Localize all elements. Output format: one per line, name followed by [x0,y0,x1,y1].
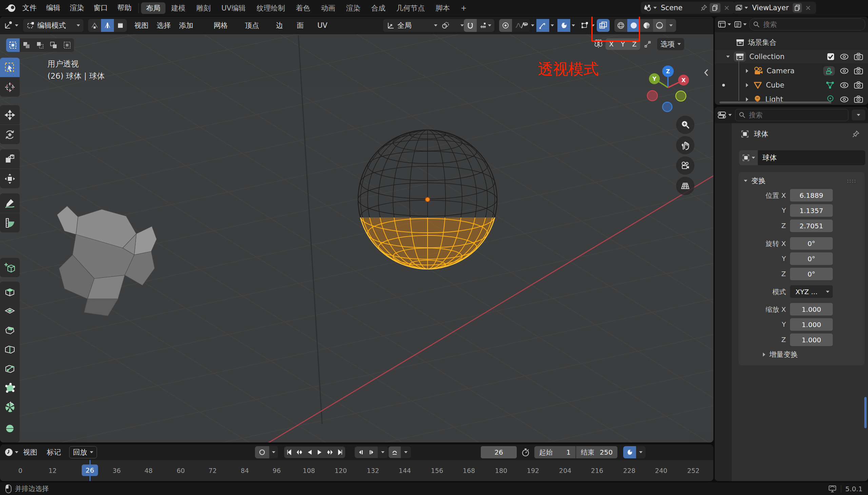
frame-start-field[interactable]: 起始 1 [534,446,576,458]
camera-expand-chevron[interactable] [746,69,748,73]
shading-dropdown[interactable] [666,19,676,32]
cube-expand-chevron[interactable] [746,83,748,87]
scene-dropdown-chevron[interactable] [653,7,657,9]
tool-move[interactable] [0,105,20,124]
pivot-point-dropdown[interactable] [438,19,467,32]
select-invert-button[interactable] [47,38,60,52]
tool-scale[interactable] [0,149,20,169]
frame-forward-button[interactable] [366,446,378,458]
outliner-display-mode-button[interactable] [734,20,747,29]
frame-step-dropdown[interactable] [378,446,388,458]
timeline-snap-dropdown[interactable] [401,446,411,458]
auto-key-dropdown[interactable] [269,446,278,458]
tool-annotate[interactable] [0,193,20,213]
jump-to-start-button[interactable] [284,446,294,458]
menu-mesh[interactable]: 网格 [210,17,232,34]
viewport-editor-type-button[interactable] [3,21,18,30]
scene-copy-button[interactable] [710,3,721,13]
rotation-z-field[interactable]: 0° [790,268,833,280]
show-overlays-button[interactable] [557,19,570,32]
scene-name[interactable]: Scene [657,4,687,12]
rotation-x-field[interactable]: 0° [790,237,833,250]
workspace-tab-animation[interactable]: 动画 [316,2,340,14]
edge-select-button[interactable] [101,19,114,32]
menu-uv[interactable]: UV [313,17,332,34]
delta-transform-panel[interactable]: 增量变换 [763,350,798,359]
show-gizmo-button[interactable] [536,19,549,32]
camera-row[interactable]: Camera [715,64,868,78]
network-icon[interactable] [828,485,837,493]
tool-loop-cut[interactable] [0,340,20,359]
tool-inset[interactable] [0,301,20,320]
sidebar-collapse-arrow[interactable] [703,68,710,78]
menu-help[interactable]: 帮助 [112,0,136,16]
vertex-select-button[interactable] [88,19,101,32]
checkbox-checked-icon[interactable] [827,53,835,61]
gizmo-minus-y-ball[interactable] [676,91,686,101]
tool-spin[interactable] [0,398,20,417]
transform-orientation-dropdown[interactable]: 全局 [383,19,441,32]
tool-rotate[interactable] [0,125,20,144]
workspace-tab-scripting[interactable]: 脚本 [431,2,455,14]
gizmo-minus-x-ball[interactable] [647,90,657,101]
rendered-shading-button[interactable] [653,19,666,32]
menu-edge[interactable]: 边 [272,17,287,34]
mesh-data-icon[interactable] [825,81,835,90]
select-intersect-button[interactable] [60,38,74,52]
zoom-button[interactable] [676,116,694,134]
timeline-editor-type-button[interactable] [4,447,18,457]
material-preview-button[interactable] [640,19,653,32]
pin-icon[interactable] [852,130,860,138]
timeline-snap-button[interactable] [389,446,401,458]
properties-scrollbar[interactable] [864,397,867,428]
menu-vertex[interactable]: 顶点 [241,17,263,34]
properties-options-dropdown[interactable] [852,109,865,120]
workspace-tab-shading[interactable]: 着色 [291,2,315,14]
collection-expand-chevron[interactable] [726,56,730,58]
workspace-tab-modeling[interactable]: 建模 [166,2,191,14]
location-x-field[interactable]: 6.1889 [790,189,833,202]
menu-view[interactable]: 视图 [130,17,153,34]
viewport-scene[interactable] [0,17,713,442]
hide-eye-icon[interactable] [839,81,849,89]
tool-box-select[interactable] [0,58,20,77]
location-y-field[interactable]: 1.1357 [790,204,833,217]
hide-eye-icon[interactable] [839,53,849,61]
tool-cursor[interactable] [0,78,20,97]
menu-face[interactable]: 面 [293,17,308,34]
scale-y-field[interactable]: 1.000 [790,318,833,331]
disable-render-camera-icon[interactable] [854,95,863,103]
xray-vertex-dropdown[interactable] [579,19,595,32]
camera-view-button[interactable] [676,156,694,175]
pin-icon[interactable] [700,4,708,12]
solid-shading-button[interactable] [627,19,640,32]
timeline-menu-view[interactable]: 视图 [18,444,42,460]
frame-end-field[interactable]: 结束 250 [576,446,617,458]
toggle-xray-button[interactable] [597,19,609,32]
tool-knife[interactable] [0,359,20,378]
outliner-search-input[interactable] [763,20,815,29]
rotation-y-field[interactable]: 0° [790,252,833,265]
scale-x-field[interactable]: 1.000 [790,303,833,315]
viewlayer-dropdown-chevron[interactable] [745,7,748,9]
timeline-ruler[interactable]: 0 12 36 48 60 72 84 96 108 120 132 144 1… [0,460,713,481]
location-z-field[interactable]: 2.7051 [790,220,833,232]
light-expand-chevron[interactable] [746,97,748,101]
menu-file[interactable]: 文件 [18,0,41,16]
tool-add-cube[interactable] [0,258,20,277]
timeline-menu-marker[interactable]: 标记 [42,444,66,460]
current-frame-field[interactable]: 26 [481,446,517,458]
tool-extrude[interactable] [0,281,20,301]
workspace-add-button[interactable]: + [456,2,472,14]
workspace-tab-texturepaint[interactable]: 纹理绘制 [252,2,290,14]
properties-search-input[interactable] [748,110,800,119]
mode-dropdown[interactable]: 编辑模式 [23,19,84,32]
scale-z-field[interactable]: 1.000 [790,334,833,346]
menu-add[interactable]: 添加 [175,17,197,34]
workspace-tab-layout[interactable]: 布局 [141,2,165,14]
properties-editor-type-button[interactable] [718,111,732,119]
navigation-gizmo[interactable]: Z Y X [641,46,698,117]
rotation-mode-dropdown[interactable]: XYZ ... [790,285,833,298]
play-reverse-button[interactable] [304,446,315,458]
viewlayer-selector[interactable]: ViewLayer × [733,2,816,14]
